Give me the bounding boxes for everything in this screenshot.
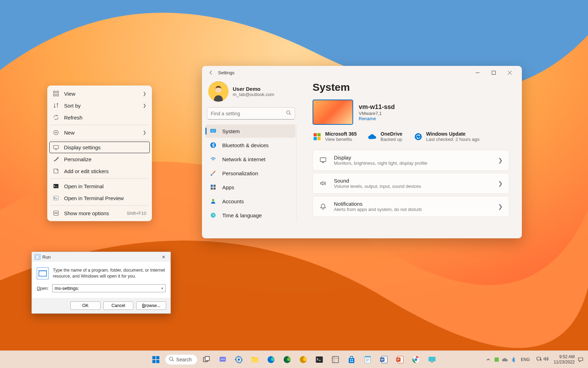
window-title: Settings xyxy=(218,70,469,75)
close-button[interactable]: ✕ xyxy=(160,254,168,260)
tray-security-icon[interactable] xyxy=(493,354,500,365)
tray-notifications[interactable] xyxy=(577,354,584,365)
nav-time-language[interactable]: Time & language xyxy=(205,209,295,222)
run-open-input[interactable] xyxy=(55,286,161,291)
svg-rect-72 xyxy=(495,357,499,362)
nav-label: Time & language xyxy=(222,212,262,218)
tray-language[interactable]: ENG xyxy=(518,356,533,363)
back-button[interactable] xyxy=(206,68,216,77)
run-app-icon xyxy=(37,267,49,279)
svg-rect-18 xyxy=(211,129,216,132)
row-title: Notifications xyxy=(334,201,498,207)
user-block[interactable]: User Demo m_lab@outlook.com xyxy=(205,79,296,107)
ctx-new[interactable]: New ❯ xyxy=(49,127,150,138)
svg-rect-73 xyxy=(537,357,540,360)
tray-bluetooth-icon[interactable] xyxy=(510,354,517,365)
nav-bluetooth[interactable]: Bluetooth & devices xyxy=(205,138,295,152)
nav-apps[interactable]: Apps xyxy=(205,180,295,194)
close-button[interactable] xyxy=(502,68,518,77)
settings-search[interactable] xyxy=(207,107,295,120)
cancel-button[interactable]: Cancel xyxy=(103,301,133,310)
settings-taskbar-button[interactable] xyxy=(232,353,246,367)
display-icon xyxy=(53,144,59,151)
ctx-personalize[interactable]: Personalize xyxy=(49,153,150,165)
svg-rect-56 xyxy=(350,359,351,360)
ctx-show-more[interactable]: Show more options Shift+F10 xyxy=(49,207,150,219)
terminal-button[interactable] xyxy=(313,353,327,367)
tray-overflow[interactable] xyxy=(484,354,492,365)
row-sound[interactable]: SoundVolume levels, output, input, sound… xyxy=(313,173,509,194)
svg-rect-71 xyxy=(431,362,434,362)
taskview-button[interactable] xyxy=(200,353,214,367)
settings-titlebar[interactable]: Settings xyxy=(202,66,522,79)
ctx-display-settings[interactable]: Display settings xyxy=(49,142,150,153)
device-name: vm-w11-ssd xyxy=(359,103,395,111)
quicklink-update[interactable]: Windows UpdateLast checked: 2 hours ago xyxy=(414,131,480,142)
chrome-button[interactable] xyxy=(409,353,423,367)
search-input[interactable] xyxy=(211,111,286,116)
rename-link[interactable]: Rename xyxy=(359,116,395,121)
explorer-button[interactable] xyxy=(248,353,262,367)
tray-network-sound[interactable] xyxy=(533,355,552,363)
quicklink-onedrive[interactable]: OneDriveBacked up xyxy=(368,131,402,142)
edge-button[interactable] xyxy=(264,353,278,367)
ctx-sort-by[interactable]: Sort by ❯ xyxy=(49,100,150,111)
chat-button[interactable] xyxy=(216,353,230,367)
edge-canary-button[interactable] xyxy=(296,353,310,367)
search-icon xyxy=(286,110,291,117)
qlink-sub: Backed up xyxy=(380,137,402,142)
settings-window: Settings User Demo m_lab@outlook.com xyxy=(202,66,522,238)
svg-rect-32 xyxy=(320,158,326,162)
chevron-right-icon: ❯ xyxy=(143,130,146,135)
notepad-button[interactable] xyxy=(361,353,375,367)
tray-onedrive-icon[interactable] xyxy=(501,354,509,365)
nav-label: Bluetooth & devices xyxy=(222,142,269,148)
svg-rect-61 xyxy=(365,356,371,357)
chevron-down-icon[interactable]: ▾ xyxy=(161,286,163,290)
ctx-view[interactable]: View ❯ xyxy=(49,88,150,100)
ok-button[interactable]: OK xyxy=(70,301,100,310)
run-open-combo[interactable]: ▾ xyxy=(52,284,166,292)
maximize-button[interactable] xyxy=(485,68,502,77)
svg-rect-13 xyxy=(492,71,495,74)
browse-button[interactable]: Browse... xyxy=(136,301,166,310)
svg-rect-27 xyxy=(314,133,317,136)
start-button[interactable] xyxy=(149,353,163,367)
ctx-shortcut: Shift+F10 xyxy=(127,211,146,216)
nav-accounts[interactable]: Accounts xyxy=(205,195,295,208)
desktop-button[interactable] xyxy=(425,353,439,367)
row-notifications[interactable]: NotificationsAlerts from apps and system… xyxy=(313,196,509,217)
edge-dev-button[interactable] xyxy=(280,353,294,367)
nav-personalization[interactable]: Personalization xyxy=(205,166,295,180)
run-titlebar[interactable]: Run ✕ xyxy=(32,252,170,262)
row-display[interactable]: DisplayMonitors, brightness, night light… xyxy=(313,150,509,171)
qlink-title: OneDrive xyxy=(380,131,402,137)
minimize-button[interactable] xyxy=(469,68,485,77)
snip-button[interactable] xyxy=(329,353,343,367)
svg-point-48 xyxy=(224,359,225,360)
powerpoint-button[interactable]: P xyxy=(393,353,407,367)
ctx-stickers[interactable]: Add or edit stickers xyxy=(49,165,150,177)
word-button[interactable]: W xyxy=(377,353,391,367)
store-button[interactable] xyxy=(345,353,359,367)
nav-network[interactable]: Network & internet xyxy=(205,152,295,166)
svg-rect-44 xyxy=(205,356,210,361)
nav-system[interactable]: System xyxy=(205,124,295,138)
wifi-icon xyxy=(210,156,217,163)
avatar xyxy=(208,81,229,102)
svg-rect-54 xyxy=(316,356,323,363)
ctx-open-terminal-preview[interactable]: Open in Terminal Preview xyxy=(49,192,150,204)
device-thumbnail[interactable] xyxy=(313,100,353,125)
svg-point-49 xyxy=(238,359,240,361)
chevron-right-icon: ❯ xyxy=(143,91,146,96)
nav-label: System xyxy=(222,128,240,134)
svg-point-11 xyxy=(56,213,56,213)
tray-clock[interactable]: 9:52 AM 11/23/2022 xyxy=(552,354,576,364)
svg-rect-22 xyxy=(214,185,216,187)
svg-rect-41 xyxy=(156,360,159,363)
ctx-refresh[interactable]: Refresh xyxy=(49,111,150,123)
quicklink-m365[interactable]: Microsoft 365View benefits xyxy=(313,131,357,142)
taskbar-search[interactable]: Search xyxy=(165,354,197,365)
svg-text:W: W xyxy=(381,358,384,361)
ctx-open-terminal[interactable]: Open in Terminal xyxy=(49,180,150,192)
